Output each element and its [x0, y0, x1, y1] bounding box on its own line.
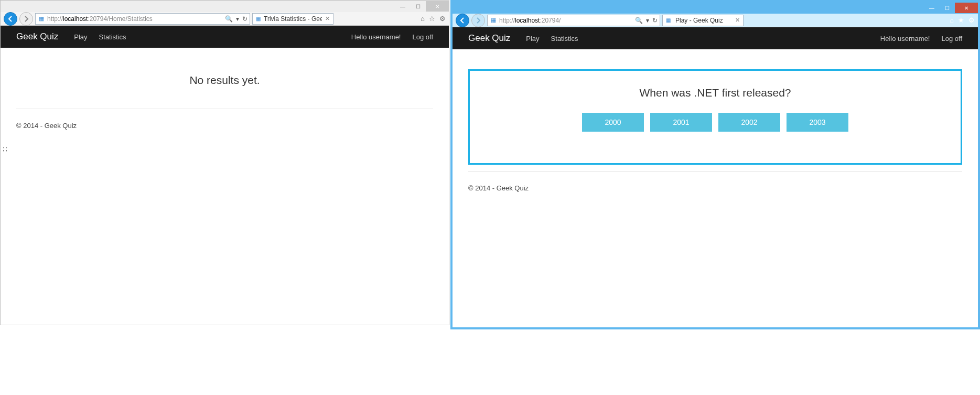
window-close-button[interactable]: ✕	[426, 1, 449, 12]
quiz-question: When was .NET first released?	[491, 87, 940, 99]
window-maximize-button[interactable]: ☐	[411, 1, 425, 12]
nav-back-button[interactable]	[4, 12, 17, 26]
address-text: http://localhost:20794/Home/Statistics	[47, 15, 223, 23]
tab-favicon-icon: ▦	[666, 17, 672, 24]
arrow-right-icon	[475, 17, 481, 24]
browser-tab[interactable]: ▦ Trivia Statistics - Geek Quiz ✕	[252, 13, 333, 25]
home-icon[interactable]: ⌂	[950, 16, 954, 24]
tools-gear-icon[interactable]: ⚙	[439, 15, 446, 23]
page-right: Geek Quiz Play Statistics Hello username…	[453, 27, 978, 327]
nav-forward-button[interactable]	[19, 12, 33, 26]
answer-button-2[interactable]: 2002	[718, 113, 780, 132]
divider	[16, 109, 433, 109]
toolbar-right: ▦ http://localhost:20794/ 🔍 ▾ ↻ ▦ Play -…	[453, 14, 978, 27]
footer-text: © 2014 - Geek Quiz	[16, 120, 433, 135]
nav-forward-button[interactable]	[471, 14, 485, 27]
browser-window-left: — ☐ ✕ ▦ http://localhost:20794/Home/Stat…	[0, 0, 449, 325]
address-bar[interactable]: ▦ http://localhost:20794/Home/Statistics…	[35, 13, 250, 25]
page-left: Geek Quiz Play Statistics Hello username…	[1, 26, 449, 325]
nav-back-button[interactable]	[456, 14, 469, 27]
brand-link[interactable]: Geek Quiz	[468, 33, 510, 44]
tab-close-icon[interactable]: ✕	[325, 15, 330, 22]
divider	[468, 171, 962, 172]
page-favicon-icon: ▦	[38, 15, 45, 23]
nav-statistics-link[interactable]: Statistics	[99, 33, 126, 41]
window-maximize-button[interactable]: ☐	[940, 3, 954, 13]
tab-close-icon[interactable]: ✕	[735, 17, 740, 24]
nav-play-link[interactable]: Play	[74, 33, 87, 41]
quiz-card: When was .NET first released? 2000 2001 …	[468, 69, 962, 165]
arrow-right-icon	[23, 16, 29, 22]
tab-title: Play - Geek Quiz	[675, 17, 723, 24]
arrow-left-icon	[7, 16, 14, 22]
answer-button-0[interactable]: 2000	[582, 113, 644, 132]
hello-user-link[interactable]: Hello username!	[880, 35, 930, 42]
address-text: http://localhost:20794/	[499, 17, 633, 24]
titlebar-right: — ☐ ✕	[453, 2, 978, 14]
favorites-icon[interactable]: ☆	[429, 15, 435, 23]
footer-text: © 2014 - Geek Quiz	[468, 182, 962, 197]
dropdown-icon[interactable]: ▾	[236, 15, 239, 23]
answer-row: 2000 2001 2002 2003	[491, 113, 940, 132]
window-close-button[interactable]: ✕	[955, 3, 978, 13]
page-favicon-icon: ▦	[490, 17, 497, 24]
address-bar[interactable]: ▦ http://localhost:20794/ 🔍 ▾ ↻	[487, 15, 660, 26]
search-icon[interactable]: 🔍	[635, 17, 643, 24]
logoff-link[interactable]: Log off	[412, 33, 433, 41]
no-results-text: No results yet.	[16, 58, 433, 102]
window-minimize-button[interactable]: —	[924, 3, 939, 13]
logoff-link[interactable]: Log off	[941, 35, 962, 42]
browser-tab[interactable]: ▦ Play - Geek Quiz ✕	[662, 15, 744, 26]
app-navbar: Geek Quiz Play Statistics Hello username…	[453, 27, 978, 49]
search-icon[interactable]: 🔍	[225, 15, 233, 23]
refresh-icon[interactable]: ↻	[652, 17, 658, 24]
brand-link[interactable]: Geek Quiz	[16, 31, 58, 42]
app-navbar: Geek Quiz Play Statistics Hello username…	[1, 26, 449, 48]
home-icon[interactable]: ⌂	[421, 15, 425, 23]
stray-text: ; ;	[1, 145, 449, 152]
answer-button-1[interactable]: 2001	[650, 113, 712, 132]
browser-window-right: — ☐ ✕ ▦ http://localhost:20794/ 🔍 ▾ ↻	[450, 0, 980, 329]
tab-title: Trivia Statistics - Geek Quiz	[264, 15, 322, 23]
window-minimize-button[interactable]: —	[395, 1, 410, 12]
arrow-left-icon	[459, 17, 466, 24]
favorites-icon[interactable]: ★	[958, 16, 964, 24]
nav-play-link[interactable]: Play	[526, 35, 539, 42]
nav-statistics-link[interactable]: Statistics	[551, 35, 578, 42]
tab-favicon-icon: ▦	[256, 16, 261, 22]
answer-button-3[interactable]: 2003	[787, 113, 848, 132]
refresh-icon[interactable]: ↻	[242, 15, 247, 23]
tools-gear-icon[interactable]: ⚙	[968, 16, 975, 24]
toolbar-left: ▦ http://localhost:20794/Home/Statistics…	[1, 12, 449, 26]
dropdown-icon[interactable]: ▾	[646, 17, 649, 24]
titlebar-left: — ☐ ✕	[1, 1, 449, 12]
hello-user-link[interactable]: Hello username!	[351, 33, 401, 41]
